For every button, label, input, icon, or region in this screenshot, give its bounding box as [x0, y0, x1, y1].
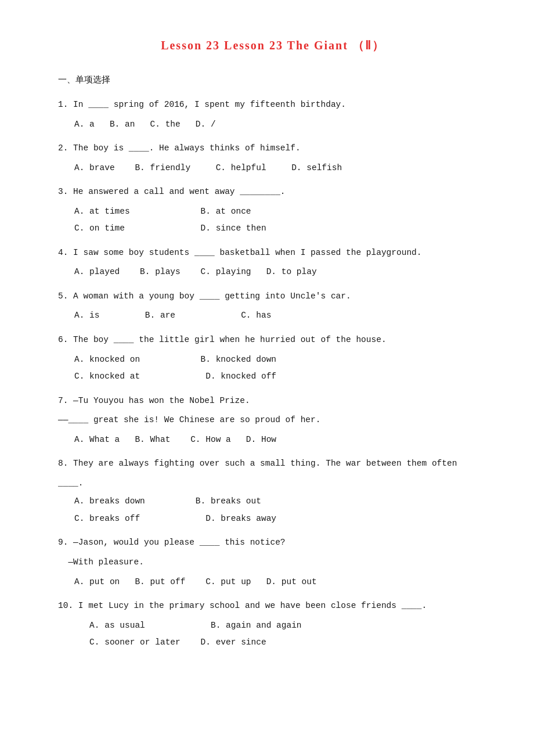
question-3-text: 3. He answered a call and went away ____…	[58, 184, 488, 200]
question-5-text: 5. A woman with a young boy ____ getting…	[58, 289, 488, 305]
question-7-options: A. What a B. What C. How a D. How	[58, 432, 488, 448]
question-9-options: A. put on B. put off C. put up D. put ou…	[58, 574, 488, 591]
question-9-text2: —With pleasure.	[58, 555, 488, 571]
question-10: 10. I met Lucy in the primary school and…	[58, 598, 488, 651]
question-4: 4. I saw some boy students ____ basketba…	[58, 245, 488, 280]
question-10-options-row2: C. sooner or later D. ever since	[58, 635, 488, 651]
question-7-text2: ——____ great she is! We Chinese are so p…	[58, 412, 488, 429]
question-7-text: 7. —Tu Youyou has won the Nobel Prize.	[58, 393, 488, 409]
question-2-text: 2. The boy is ____. He always thinks of …	[58, 141, 488, 157]
question-6: 6. The boy ____ the little girl when he …	[58, 332, 488, 385]
question-1-text: 1. In ____ spring of 2016, I spent my fi…	[58, 97, 488, 113]
question-6-options-row2: C. knocked at D. knocked off	[58, 369, 488, 385]
question-9-text: 9. —Jason, would you please ____ this no…	[58, 535, 488, 551]
question-8-blank: ____.	[58, 476, 488, 492]
question-8: 8. They are always fighting over such a …	[58, 456, 488, 527]
question-3-options-row2: C. on time D. since then	[58, 221, 488, 237]
question-10-text: 10. I met Lucy in the primary school and…	[58, 598, 488, 614]
question-3: 3. He answered a call and went away ____…	[58, 184, 488, 237]
question-6-options-row1: A. knocked on B. knocked down	[58, 352, 488, 368]
question-6-text: 6. The boy ____ the little girl when he …	[58, 332, 488, 348]
question-5: 5. A woman with a young boy ____ getting…	[58, 289, 488, 324]
question-8-text: 8. They are always fighting over such a …	[58, 456, 488, 472]
question-1: 1. In ____ spring of 2016, I spent my fi…	[58, 97, 488, 132]
question-2: 2. The boy is ____. He always thinks of …	[58, 141, 488, 176]
question-7: 7. —Tu Youyou has won the Nobel Prize. —…	[58, 393, 488, 448]
question-9: 9. —Jason, would you please ____ this no…	[58, 535, 488, 590]
question-2-options: A. brave B. friendly C. helpful D. selfi…	[58, 160, 488, 177]
question-5-options: A. is B. are C. has	[58, 308, 488, 324]
question-1-options: A. a B. an C. the D. /	[58, 117, 488, 133]
question-4-options: A. played B. plays C. playing D. to play	[58, 264, 488, 280]
question-10-options-row1: A. as usual B. again and again	[58, 618, 488, 634]
question-3-options-row1: A. at times B. at once	[58, 204, 488, 220]
section-header: 一、单项选择	[58, 72, 488, 88]
question-8-options-row1: A. breaks down B. breaks out	[58, 494, 488, 510]
question-8-options-row2: C. breaks off D. breaks away	[58, 511, 488, 527]
page-title: Lesson 23 Lesson 23 The Giant （Ⅱ）	[58, 35, 488, 56]
question-4-text: 4. I saw some boy students ____ basketba…	[58, 245, 488, 261]
